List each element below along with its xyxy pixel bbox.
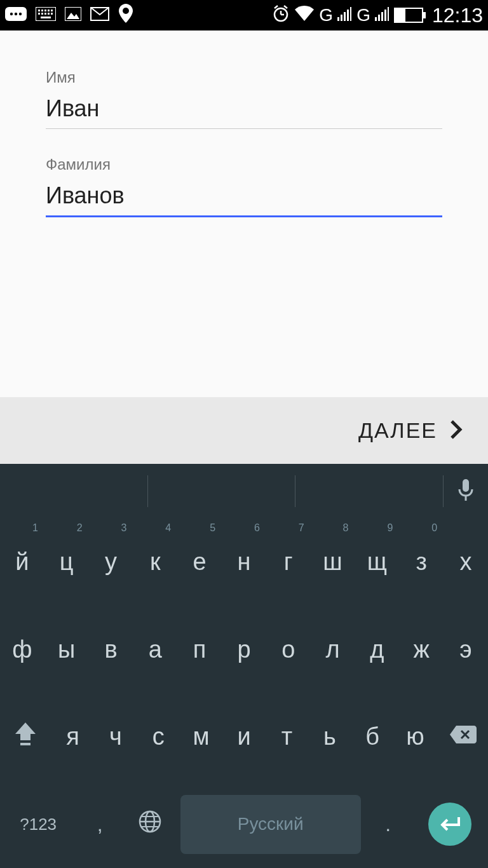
mail-notif-icon — [90, 6, 109, 25]
key-н[interactable]: н6 — [222, 519, 266, 606]
suggestion-bar — [0, 464, 488, 519]
svg-rect-31 — [378, 15, 380, 21]
key-э[interactable]: э — [444, 606, 488, 694]
keyboard-row-4: ?123 , Русский . — [0, 781, 488, 869]
key-т[interactable]: т — [266, 693, 308, 781]
symbols-key[interactable]: ?123 — [0, 781, 76, 869]
key-hint: 0 — [431, 522, 437, 534]
key-з[interactable]: з0 — [399, 519, 444, 606]
key-hint: 2 — [77, 522, 83, 534]
suggestion-slot[interactable] — [0, 475, 148, 507]
form-area: Имя Фамилия — [0, 31, 488, 217]
key-п[interactable]: п — [177, 606, 222, 694]
svg-rect-10 — [38, 13, 40, 15]
key-к[interactable]: к4 — [133, 519, 177, 606]
soft-keyboard: й1ц2у3к4е5н6г7ш8щ9з0х фывапролджэ ячсмит… — [0, 464, 488, 868]
keyboard-row-3: ячсмитьбю — [0, 693, 488, 781]
network-2-label: G — [356, 5, 370, 25]
key-х[interactable]: х — [444, 519, 488, 606]
key-й[interactable]: й1 — [0, 519, 44, 606]
key-ч[interactable]: ч — [94, 693, 137, 781]
svg-rect-28 — [347, 10, 349, 21]
status-bar: G G 42 12:13 — [0, 0, 488, 31]
key-о[interactable]: о — [266, 606, 311, 694]
key-ф[interactable]: ф — [0, 606, 44, 694]
svg-marker-17 — [67, 13, 79, 19]
svg-rect-9 — [51, 10, 53, 11]
signal-1-icon — [337, 6, 351, 25]
key-я[interactable]: я — [51, 693, 94, 781]
key-л[interactable]: л — [311, 606, 355, 694]
first-name-input[interactable] — [46, 92, 442, 129]
svg-line-23 — [274, 6, 278, 8]
svg-rect-32 — [381, 12, 383, 21]
comma-key[interactable]: , — [76, 781, 123, 869]
key-е[interactable]: е5 — [177, 519, 222, 606]
svg-rect-15 — [41, 17, 51, 18]
key-ь[interactable]: ь — [308, 693, 351, 781]
mic-button[interactable] — [444, 478, 488, 505]
key-hint: 1 — [32, 522, 38, 534]
more-icon — [5, 6, 27, 25]
next-button[interactable]: ДАЛЕЕ — [0, 397, 488, 464]
svg-rect-26 — [341, 15, 342, 21]
key-hint: 6 — [254, 522, 260, 534]
network-1-label: G — [319, 5, 332, 25]
svg-point-3 — [19, 12, 22, 15]
key-hint: 7 — [299, 522, 304, 534]
svg-rect-14 — [51, 13, 53, 15]
key-ю[interactable]: ю — [394, 693, 437, 781]
key-ы[interactable]: ы — [44, 606, 89, 694]
svg-point-1 — [10, 12, 13, 15]
key-hint: 4 — [165, 522, 171, 534]
keyboard-notif-icon — [36, 6, 56, 25]
key-д[interactable]: д — [355, 606, 400, 694]
suggestion-slot[interactable] — [295, 475, 444, 507]
key-р[interactable]: р — [222, 606, 266, 694]
period-key[interactable]: . — [365, 781, 412, 869]
svg-rect-38 — [20, 743, 30, 745]
status-left — [5, 4, 133, 27]
key-hint: 8 — [343, 522, 349, 534]
key-ж[interactable]: ж — [399, 606, 444, 694]
language-key[interactable] — [123, 781, 176, 869]
space-key[interactable]: Русский — [177, 781, 365, 869]
wifi-icon — [295, 6, 314, 25]
key-б[interactable]: б — [351, 693, 393, 781]
shift-key[interactable] — [0, 693, 51, 781]
svg-point-2 — [15, 12, 17, 15]
enter-icon — [438, 811, 461, 838]
last-name-input[interactable] — [46, 179, 442, 217]
svg-rect-12 — [44, 13, 46, 15]
enter-key[interactable] — [412, 781, 488, 869]
keyboard-rows: й1ц2у3к4е5н6г7ш8щ9з0х фывапролджэ ячсмит… — [0, 519, 488, 868]
status-right: G G 42 12:13 — [272, 4, 483, 27]
last-name-label: Фамилия — [46, 156, 442, 173]
key-а[interactable]: а — [133, 606, 177, 694]
key-щ[interactable]: щ9 — [355, 519, 400, 606]
svg-rect-8 — [48, 10, 50, 11]
suggestion-slot[interactable] — [148, 475, 296, 507]
first-name-field: Имя — [46, 69, 442, 129]
svg-rect-11 — [41, 13, 43, 15]
key-ц[interactable]: ц2 — [44, 519, 89, 606]
mic-icon — [457, 478, 475, 505]
signal-2-icon — [375, 6, 389, 25]
key-ш[interactable]: ш8 — [311, 519, 355, 606]
svg-rect-29 — [350, 7, 351, 21]
backspace-key[interactable] — [437, 693, 488, 781]
svg-rect-6 — [41, 10, 43, 11]
svg-rect-13 — [48, 13, 50, 15]
key-и[interactable]: и — [222, 693, 265, 781]
svg-rect-27 — [344, 12, 346, 21]
key-в[interactable]: в — [89, 606, 133, 694]
chevron-right-icon — [450, 419, 463, 442]
location-notif-icon — [118, 4, 133, 27]
key-г[interactable]: г7 — [266, 519, 311, 606]
enter-circle — [428, 803, 471, 846]
key-у[interactable]: у3 — [89, 519, 133, 606]
key-с[interactable]: с — [137, 693, 180, 781]
key-м[interactable]: м — [180, 693, 222, 781]
battery-icon: 42 — [394, 8, 423, 23]
svg-rect-25 — [337, 17, 339, 21]
